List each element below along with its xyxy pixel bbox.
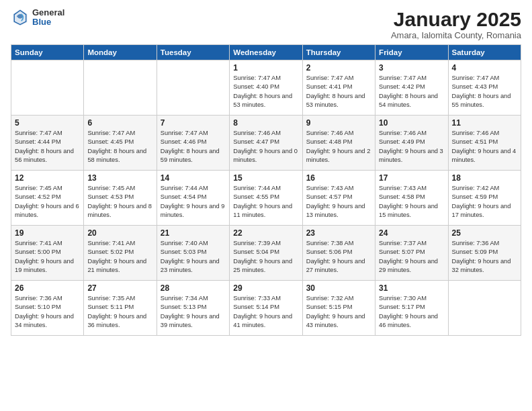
table-row: 23Sunrise: 7:38 AM Sunset: 5:06 PM Dayli…: [302, 226, 375, 281]
cell-day-number: 25: [452, 228, 517, 238]
cell-day-number: 28: [161, 283, 226, 293]
title-area: January 2025 Amara, Ialomita County, Rom…: [391, 8, 521, 40]
cell-info: Sunrise: 7:46 AM Sunset: 4:49 PM Dayligh…: [379, 129, 444, 165]
cell-day-number: 14: [161, 173, 226, 183]
cell-info: Sunrise: 7:45 AM Sunset: 4:53 PM Dayligh…: [87, 184, 152, 220]
table-row: 26Sunrise: 7:36 AM Sunset: 5:10 PM Dayli…: [11, 281, 84, 336]
table-row: 14Sunrise: 7:44 AM Sunset: 4:54 PM Dayli…: [157, 171, 229, 226]
subtitle: Amara, Ialomita County, Romania: [391, 30, 521, 40]
cell-day-number: 7: [161, 118, 226, 128]
cell-info: Sunrise: 7:35 AM Sunset: 5:11 PM Dayligh…: [87, 294, 152, 330]
cell-info: Sunrise: 7:30 AM Sunset: 5:17 PM Dayligh…: [379, 294, 444, 330]
table-row: 10Sunrise: 7:46 AM Sunset: 4:49 PM Dayli…: [375, 116, 448, 171]
table-row: 11Sunrise: 7:46 AM Sunset: 4:51 PM Dayli…: [448, 116, 521, 171]
main-title: January 2025: [391, 8, 521, 30]
calendar-table: Sunday Monday Tuesday Wednesday Thursday…: [11, 44, 521, 336]
cell-info: Sunrise: 7:37 AM Sunset: 5:07 PM Dayligh…: [379, 239, 444, 275]
table-row: 8Sunrise: 7:46 AM Sunset: 4:47 PM Daylig…: [230, 116, 302, 171]
cell-info: Sunrise: 7:36 AM Sunset: 5:10 PM Dayligh…: [15, 294, 80, 330]
cell-info: Sunrise: 7:32 AM Sunset: 5:15 PM Dayligh…: [306, 294, 371, 330]
table-row: 31Sunrise: 7:30 AM Sunset: 5:17 PM Dayli…: [375, 281, 448, 336]
logo-blue-label: Blue: [32, 17, 64, 27]
calendar-week-3: 12Sunrise: 7:45 AM Sunset: 4:52 PM Dayli…: [11, 171, 521, 226]
cell-info: Sunrise: 7:47 AM Sunset: 4:45 PM Dayligh…: [87, 129, 152, 165]
cell-day-number: 21: [161, 228, 226, 238]
table-row: 6Sunrise: 7:47 AM Sunset: 4:45 PM Daylig…: [84, 116, 157, 171]
table-row: 20Sunrise: 7:41 AM Sunset: 5:02 PM Dayli…: [84, 226, 157, 281]
cell-day-number: 5: [15, 118, 80, 128]
cell-info: Sunrise: 7:47 AM Sunset: 4:44 PM Dayligh…: [15, 129, 80, 165]
calendar-week-2: 5Sunrise: 7:47 AM Sunset: 4:44 PM Daylig…: [11, 116, 521, 171]
cell-info: Sunrise: 7:39 AM Sunset: 5:04 PM Dayligh…: [233, 239, 298, 275]
table-row: 16Sunrise: 7:43 AM Sunset: 4:57 PM Dayli…: [302, 171, 375, 226]
cell-info: Sunrise: 7:41 AM Sunset: 5:00 PM Dayligh…: [15, 239, 80, 275]
logo: General Blue: [11, 8, 64, 28]
table-row: 12Sunrise: 7:45 AM Sunset: 4:52 PM Dayli…: [11, 171, 84, 226]
header-row: Sunday Monday Tuesday Wednesday Thursday…: [11, 45, 521, 60]
table-row: 21Sunrise: 7:40 AM Sunset: 5:03 PM Dayli…: [157, 226, 229, 281]
cell-day-number: 19: [15, 228, 80, 238]
calendar-week-5: 26Sunrise: 7:36 AM Sunset: 5:10 PM Dayli…: [11, 281, 521, 336]
col-saturday: Saturday: [448, 45, 521, 60]
table-row: 19Sunrise: 7:41 AM Sunset: 5:00 PM Dayli…: [11, 226, 84, 281]
cell-info: Sunrise: 7:34 AM Sunset: 5:13 PM Dayligh…: [161, 294, 226, 330]
table-row: 3Sunrise: 7:47 AM Sunset: 4:42 PM Daylig…: [375, 60, 448, 116]
cell-info: Sunrise: 7:38 AM Sunset: 5:06 PM Dayligh…: [306, 239, 371, 275]
table-row: 15Sunrise: 7:44 AM Sunset: 4:55 PM Dayli…: [230, 171, 302, 226]
cell-info: Sunrise: 7:47 AM Sunset: 4:40 PM Dayligh…: [233, 74, 298, 110]
cell-day-number: 11: [452, 118, 517, 128]
cell-day-number: 1: [233, 63, 298, 73]
cell-day-number: 16: [306, 173, 371, 183]
cell-info: Sunrise: 7:47 AM Sunset: 4:43 PM Dayligh…: [452, 74, 517, 110]
cell-day-number: 24: [379, 228, 444, 238]
table-row: [84, 60, 157, 116]
table-row: 13Sunrise: 7:45 AM Sunset: 4:53 PM Dayli…: [84, 171, 157, 226]
table-row: 24Sunrise: 7:37 AM Sunset: 5:07 PM Dayli…: [375, 226, 448, 281]
cell-day-number: 8: [233, 118, 298, 128]
calendar-week-4: 19Sunrise: 7:41 AM Sunset: 5:00 PM Dayli…: [11, 226, 521, 281]
cell-info: Sunrise: 7:43 AM Sunset: 4:58 PM Dayligh…: [379, 184, 444, 220]
cell-info: Sunrise: 7:44 AM Sunset: 4:54 PM Dayligh…: [161, 184, 226, 220]
cell-day-number: 3: [379, 63, 444, 73]
cell-info: Sunrise: 7:41 AM Sunset: 5:02 PM Dayligh…: [87, 239, 152, 275]
col-tuesday: Tuesday: [157, 45, 229, 60]
table-row: 22Sunrise: 7:39 AM Sunset: 5:04 PM Dayli…: [230, 226, 302, 281]
cell-day-number: 12: [15, 173, 80, 183]
cell-day-number: 26: [15, 283, 80, 293]
logo-general-label: General: [32, 8, 64, 17]
cell-day-number: 23: [306, 228, 371, 238]
table-row: [11, 60, 84, 116]
cell-day-number: 29: [233, 283, 298, 293]
table-row: 2Sunrise: 7:47 AM Sunset: 4:41 PM Daylig…: [302, 60, 375, 116]
calendar-week-1: 1Sunrise: 7:47 AM Sunset: 4:40 PM Daylig…: [11, 60, 521, 116]
cell-info: Sunrise: 7:46 AM Sunset: 4:51 PM Dayligh…: [452, 129, 517, 165]
cell-day-number: 31: [379, 283, 444, 293]
cell-day-number: 30: [306, 283, 371, 293]
page: General Blue January 2025 Amara, Ialomit…: [0, 0, 532, 411]
cell-info: Sunrise: 7:33 AM Sunset: 5:14 PM Dayligh…: [233, 294, 298, 330]
header: General Blue January 2025 Amara, Ialomit…: [11, 8, 521, 40]
cell-day-number: 20: [87, 228, 152, 238]
cell-day-number: 13: [87, 173, 152, 183]
table-row: 1Sunrise: 7:47 AM Sunset: 4:40 PM Daylig…: [230, 60, 302, 116]
cell-day-number: 15: [233, 173, 298, 183]
cell-day-number: 4: [452, 63, 517, 73]
table-row: [157, 60, 229, 116]
table-row: 9Sunrise: 7:46 AM Sunset: 4:48 PM Daylig…: [302, 116, 375, 171]
cell-day-number: 17: [379, 173, 444, 183]
table-row: 27Sunrise: 7:35 AM Sunset: 5:11 PM Dayli…: [84, 281, 157, 336]
cell-day-number: 22: [233, 228, 298, 238]
cell-day-number: 10: [379, 118, 444, 128]
table-row: 28Sunrise: 7:34 AM Sunset: 5:13 PM Dayli…: [157, 281, 229, 336]
cell-info: Sunrise: 7:44 AM Sunset: 4:55 PM Dayligh…: [233, 184, 298, 220]
cell-info: Sunrise: 7:40 AM Sunset: 5:03 PM Dayligh…: [161, 239, 226, 275]
cell-info: Sunrise: 7:46 AM Sunset: 4:48 PM Dayligh…: [306, 129, 371, 165]
table-row: 25Sunrise: 7:36 AM Sunset: 5:09 PM Dayli…: [448, 226, 521, 281]
cell-info: Sunrise: 7:42 AM Sunset: 4:59 PM Dayligh…: [452, 184, 517, 220]
table-row: 7Sunrise: 7:47 AM Sunset: 4:46 PM Daylig…: [157, 116, 229, 171]
cell-day-number: 9: [306, 118, 371, 128]
table-row: 30Sunrise: 7:32 AM Sunset: 5:15 PM Dayli…: [302, 281, 375, 336]
cell-info: Sunrise: 7:36 AM Sunset: 5:09 PM Dayligh…: [452, 239, 517, 275]
logo-icon: [11, 8, 30, 27]
col-wednesday: Wednesday: [230, 45, 302, 60]
